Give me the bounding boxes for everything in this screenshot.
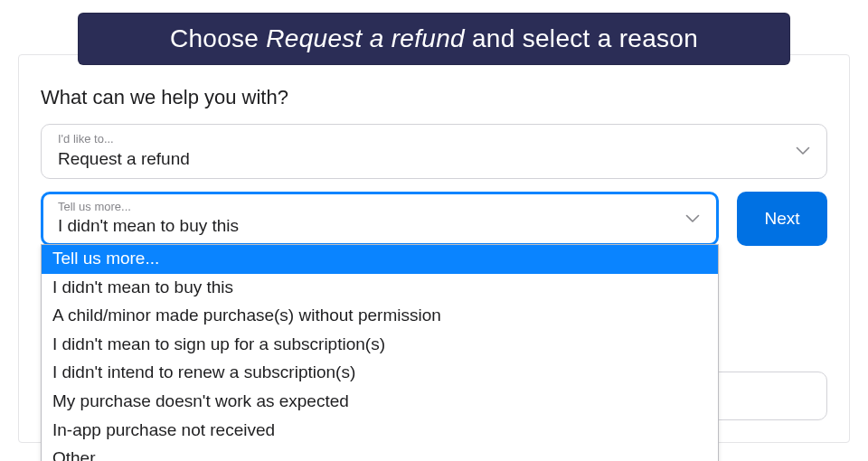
dropdown-option[interactable]: I didn't mean to sign up for a subscript… [42, 331, 718, 360]
instruction-banner: Choose Request a refund and select a rea… [78, 13, 790, 65]
dropdown-option[interactable]: I didn't intend to renew a subscription(… [42, 359, 718, 388]
dropdown-option[interactable]: Other [42, 445, 718, 461]
reason-dropdown-list[interactable]: Tell us more...I didn't mean to buy this… [41, 244, 719, 461]
next-button-label: Next [764, 209, 799, 229]
reason-select[interactable]: Tell us more... I didn't mean to buy thi… [41, 192, 719, 247]
topic-select-value: Request a refund [58, 147, 787, 171]
reason-select-label: Tell us more... [58, 200, 678, 215]
dropdown-option[interactable]: A child/minor made purchase(s) without p… [42, 302, 718, 331]
instruction-suffix: and select a reason [465, 24, 698, 52]
chevron-down-icon [796, 146, 810, 155]
form-heading: What can we help you with? [41, 86, 827, 109]
dropdown-option[interactable]: I didn't mean to buy this [42, 274, 718, 303]
topic-row: I'd like to... Request a refund [41, 124, 827, 179]
reason-row: Tell us more... I didn't mean to buy thi… [41, 192, 827, 247]
topic-select-label: I'd like to... [58, 132, 787, 147]
chevron-down-icon [685, 214, 700, 223]
instruction-prefix: Choose [170, 24, 266, 52]
dropdown-option[interactable]: In-app purchase not received [42, 417, 718, 446]
topic-select[interactable]: I'd like to... Request a refund [41, 124, 827, 179]
help-form-card: What can we help you with? I'd like to..… [18, 54, 850, 443]
reason-select-value: I didn't mean to buy this [58, 214, 678, 238]
next-button[interactable]: Next [737, 192, 827, 247]
dropdown-option[interactable]: My purchase doesn't work as expected [42, 388, 718, 417]
instruction-emphasis: Request a refund [266, 24, 465, 52]
dropdown-option[interactable]: Tell us more... [42, 245, 718, 274]
